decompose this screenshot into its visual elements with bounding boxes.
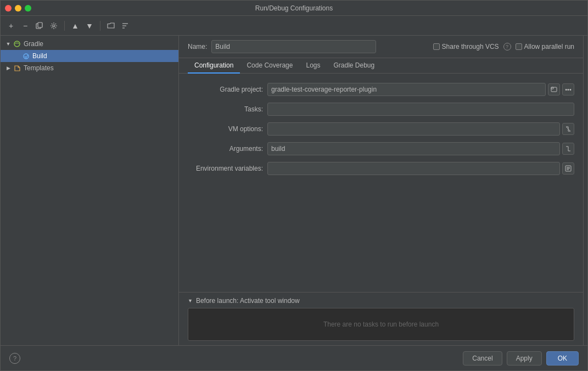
minimize-button[interactable]: [15, 5, 21, 12]
gradle-group-icon: [13, 40, 21, 48]
templates-label: Templates: [24, 64, 54, 72]
gradle-project-row: Gradle project: •••: [188, 82, 574, 97]
close-button[interactable]: [5, 5, 12, 12]
templates-icon: [13, 64, 21, 72]
tab-gradle-debug[interactable]: Gradle Debug: [327, 58, 381, 74]
tasks-label: Tasks:: [188, 105, 267, 113]
help-button[interactable]: ?: [9, 353, 20, 364]
left-panel: ▼ Gradle ▶ Build: [1, 36, 179, 345]
gradle-project-input-wrap: •••: [267, 83, 574, 96]
share-vcs-checkbox-group: Share through VCS: [433, 43, 499, 50]
arguments-row: Arguments:: [188, 142, 574, 156]
name-input[interactable]: [211, 40, 376, 53]
env-vars-row: Environment variables:: [188, 161, 574, 176]
svg-rect-1: [38, 23, 42, 27]
before-launch-arrow-icon[interactable]: ▼: [188, 298, 193, 303]
tree-item-gradle[interactable]: ▼ Gradle: [1, 38, 178, 50]
before-launch-content: There are no tasks to run before launch: [188, 308, 574, 341]
tasks-row: Tasks:: [188, 102, 574, 116]
share-vcs-checkbox[interactable]: [433, 43, 440, 50]
templates-arrow-icon: ▶: [5, 65, 12, 71]
bottom-right: Cancel Apply OK: [463, 351, 579, 366]
allow-parallel-label: Allow parallel run: [524, 43, 574, 50]
arrow-down-button[interactable]: ▼: [83, 20, 96, 32]
allow-parallel-checkbox-group: Allow parallel run: [516, 43, 574, 50]
vm-options-input-wrap: [267, 122, 574, 136]
env-vars-label: Environment variables:: [188, 165, 267, 172]
tab-configuration[interactable]: Configuration: [188, 58, 240, 74]
tree-item-templates[interactable]: ▶ Templates: [1, 62, 178, 74]
ok-button[interactable]: OK: [546, 351, 579, 366]
toolbar: + − ▲ ▼: [1, 16, 587, 36]
gradle-project-input[interactable]: [267, 83, 546, 96]
no-tasks-message: There are no tasks to run before launch: [323, 321, 439, 328]
arguments-input[interactable]: [267, 142, 560, 155]
arrow-up-button[interactable]: ▲: [69, 20, 81, 32]
arguments-label: Arguments:: [188, 145, 267, 153]
tasks-input-wrap: [267, 103, 574, 116]
right-panel: Name: Share through VCS ? Allow parallel…: [179, 36, 583, 345]
scrollbar[interactable]: [583, 36, 587, 345]
maximize-button[interactable]: [25, 5, 31, 12]
toolbar-divider-1: [64, 21, 65, 31]
dialog-title: Run/Debug Configurations: [255, 4, 333, 12]
vm-options-expand-button[interactable]: [562, 123, 574, 135]
arguments-input-wrap: [267, 142, 574, 155]
vm-options-label: VM options:: [188, 125, 267, 133]
env-vars-edit-button[interactable]: [562, 162, 574, 175]
gradle-project-more-button[interactable]: •••: [562, 83, 574, 95]
vm-options-input[interactable]: [267, 122, 560, 136]
svg-point-2: [53, 25, 55, 27]
before-launch-header: ▼ Before launch: Activate tool window: [188, 297, 574, 305]
run-debug-configurations-dialog: Run/Debug Configurations + − ▲ ▼: [0, 0, 588, 371]
form-area: Gradle project: •••: [179, 74, 583, 292]
cancel-button[interactable]: Cancel: [463, 351, 502, 366]
title-bar: Run/Debug Configurations: [1, 1, 587, 16]
gradle-project-browse-button[interactable]: [548, 83, 560, 95]
tab-code-coverage[interactable]: Code Coverage: [240, 58, 299, 74]
name-row-right: Share through VCS ? Allow parallel run: [433, 43, 574, 50]
svg-rect-9: [551, 87, 557, 92]
build-label: Build: [32, 52, 47, 60]
allow-parallel-checkbox[interactable]: [516, 43, 522, 50]
sort-button[interactable]: [119, 20, 131, 32]
svg-point-6: [14, 41, 20, 47]
name-row: Name: Share through VCS ? Allow parallel…: [179, 36, 583, 58]
tabs-bar: Configuration Code Coverage Logs Gradle …: [179, 58, 583, 74]
name-field-label: Name:: [188, 43, 207, 50]
toolbar-divider-2: [100, 21, 100, 31]
gradle-project-label: Gradle project:: [188, 86, 267, 93]
build-icon: [21, 52, 30, 60]
before-launch-section: ▼ Before launch: Activate tool window Th…: [179, 292, 583, 345]
folder-button[interactable]: [105, 20, 117, 32]
settings-button[interactable]: [48, 20, 60, 32]
remove-button[interactable]: −: [19, 20, 31, 32]
apply-button[interactable]: Apply: [507, 351, 542, 366]
bottom-left: ?: [9, 353, 20, 364]
env-vars-input[interactable]: [267, 162, 560, 175]
env-vars-input-wrap: [267, 162, 574, 175]
vm-options-row: VM options:: [188, 122, 574, 136]
tasks-input[interactable]: [267, 103, 574, 116]
tree-item-build[interactable]: ▶ Build: [1, 50, 178, 62]
main-content: ▼ Gradle ▶ Build: [1, 36, 587, 345]
bottom-bar: ? Cancel Apply OK: [1, 345, 587, 370]
copy-button[interactable]: [33, 20, 46, 32]
arguments-expand-button[interactable]: [562, 143, 574, 155]
before-launch-label: Before launch: Activate tool window: [196, 297, 300, 305]
tab-logs[interactable]: Logs: [299, 58, 327, 74]
gradle-group-label: Gradle: [24, 40, 43, 48]
share-vcs-label: Share through VCS: [442, 43, 499, 50]
traffic-lights: [5, 5, 31, 12]
gradle-arrow-icon: ▼: [5, 41, 12, 47]
share-vcs-help-icon[interactable]: ?: [503, 43, 511, 50]
add-button[interactable]: +: [5, 20, 17, 32]
